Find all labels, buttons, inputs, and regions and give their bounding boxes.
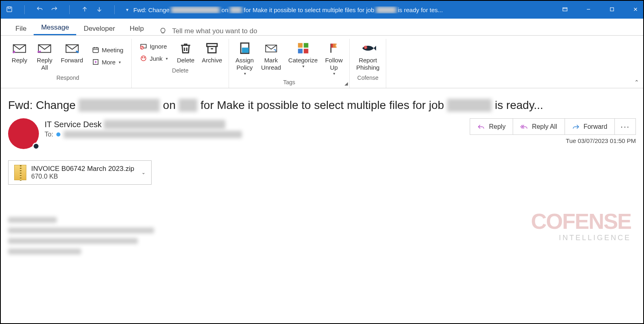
mark-unread-icon (264, 42, 278, 54)
titlebar: ▾ Fwd: Change xxxxxxxx on xx for Make it… (1, 1, 643, 19)
more-icon (92, 58, 99, 66)
quick-access-toolbar: ▾ (6, 5, 128, 14)
window-controls (562, 6, 638, 13)
message-actions: Reply Reply All Forward ··· (470, 118, 636, 135)
forward-action[interactable]: Forward (565, 118, 615, 135)
message-content: Fwd: Change xxxxxxxxxxxxxxxxx on xxx for… (1, 88, 643, 254)
archive-icon (205, 41, 219, 55)
assign-policy-button[interactable]: Assign Policy▾ (232, 39, 257, 77)
close-icon[interactable] (633, 6, 638, 13)
attachment-menu-icon[interactable]: ⌄ (141, 170, 145, 175)
separator (114, 5, 115, 14)
svg-rect-10 (93, 48, 98, 53)
group-label-respond: Respond (7, 73, 128, 83)
delete-button[interactable]: Delete (173, 39, 198, 66)
window-title: Fwd: Change xxxxxxxx on xx for Make it p… (133, 6, 562, 13)
flag-icon (328, 41, 340, 55)
reply-all-icon (520, 124, 528, 130)
redo-icon[interactable] (51, 6, 58, 14)
svg-point-16 (142, 58, 143, 58)
more-respond-button[interactable]: More▾ (90, 57, 126, 67)
recipient-presence-icon (56, 132, 60, 136)
reply-all-button[interactable]: Reply All (32, 39, 57, 73)
presence-indicator (32, 143, 40, 150)
ribbon-tabs: File Message Developer Help Tell me what… (1, 19, 643, 36)
categorize-button[interactable]: Categorize▾ (285, 39, 321, 77)
svg-rect-23 (304, 43, 308, 47)
to-row: To: xxxxxxxxxxxxxxxxxxxxxxxxxxxxxxxxxxxx… (45, 131, 470, 138)
reply-all-icon (37, 42, 52, 54)
reply-action[interactable]: Reply (470, 118, 513, 135)
fish-icon: ? (360, 42, 376, 54)
svg-point-17 (144, 58, 145, 58)
group-label-tags: Tags (232, 77, 346, 88)
ribbon-group-respond: Reply Reply All Forward Meeting More▾ (4, 39, 132, 88)
save-icon[interactable] (6, 6, 13, 14)
svg-rect-22 (298, 43, 302, 47)
tab-file[interactable]: File (8, 22, 34, 35)
sender-avatar[interactable] (8, 118, 39, 149)
junk-icon (140, 55, 147, 62)
svg-rect-2 (563, 7, 567, 11)
zip-file icon (14, 165, 26, 180)
tags-dialog-launcher[interactable]: ◢ (344, 81, 348, 86)
minimize-icon[interactable] (586, 6, 591, 13)
assign-policy-icon (238, 41, 252, 55)
forward-arrow-icon (572, 124, 580, 130)
tab-message[interactable]: Message (34, 21, 76, 35)
attachment-size: 670.0 KB (31, 173, 134, 180)
more-actions[interactable]: ··· (614, 118, 636, 135)
follow-up-button[interactable]: Follow Up▾ (322, 39, 346, 77)
ribbon-group-tags: Assign Policy▾ Mark Unread Categorize▾ F… (229, 39, 350, 88)
trash-icon (179, 41, 193, 55)
forward-icon (64, 42, 80, 54)
tell-me-box[interactable]: Tell me what you want to do (159, 27, 257, 35)
reply-icon (477, 124, 485, 130)
categorize-icon (296, 41, 310, 55)
group-label-delete: Delete (135, 66, 225, 76)
ribbon-group-delete: Ignore Junk▾ Delete Archive Delete (132, 39, 229, 88)
forward-button[interactable]: Forward (58, 39, 86, 73)
ignore-button[interactable]: Ignore (137, 41, 170, 51)
reply-icon (12, 42, 27, 54)
tab-help[interactable]: Help (122, 22, 151, 35)
separator (69, 5, 70, 14)
undo-icon[interactable] (36, 6, 43, 14)
maximize-icon[interactable] (609, 6, 615, 13)
reply-all-action[interactable]: Reply All (513, 118, 565, 135)
svg-rect-1 (8, 7, 11, 9)
junk-button[interactable]: Junk▾ (137, 53, 170, 64)
to-label: To: (45, 131, 53, 138)
prev-item-icon[interactable] (81, 6, 88, 14)
ribbon-group-cofense: ? Report Phishing Cofense (350, 39, 387, 88)
separator (24, 5, 25, 14)
sender-name: IT Service Desk xxxxxxxxxxxxxxxxxxxxxxxx… (45, 118, 470, 129)
svg-rect-18 (207, 44, 217, 47)
next-item-icon[interactable] (96, 6, 103, 14)
meeting-button[interactable]: Meeting (90, 45, 126, 55)
ribbon: Reply Reply All Forward Meeting More▾ (1, 36, 643, 88)
tab-developer[interactable]: Developer (76, 22, 122, 35)
received-timestamp: Tue 03/07/2023 01:50 PM (470, 137, 636, 144)
svg-rect-25 (304, 49, 308, 53)
attachment-chip[interactable]: INVOICE B06742 March 2023.zip 670.0 KB ⌄ (8, 160, 152, 185)
svg-rect-4 (610, 7, 614, 11)
mark-unread-button[interactable]: Mark Unread (258, 39, 284, 77)
svg-text:?: ? (365, 46, 366, 49)
attachment-name: INVOICE B06742 March 2023.zip (31, 165, 134, 173)
customize-qat-icon[interactable]: ▾ (126, 7, 128, 13)
tell-me-label: Tell me what you want to do (172, 27, 257, 35)
lightbulb-icon (159, 28, 167, 35)
svg-rect-24 (298, 49, 302, 53)
reply-button[interactable]: Reply (7, 39, 32, 73)
meeting-icon (92, 46, 99, 53)
group-label-cofense: Cofense (353, 73, 383, 83)
archive-button[interactable]: Archive (199, 39, 225, 66)
svg-rect-0 (7, 7, 12, 12)
report-phishing-button[interactable]: ? Report Phishing (353, 39, 383, 73)
collapse-ribbon-icon[interactable]: ⌃ (634, 79, 639, 85)
email-subject: Fwd: Change xxxxxxxxxxxxxxxxx on xxx for… (8, 96, 636, 118)
ribbon-display-icon[interactable] (562, 6, 568, 13)
ignore-icon (140, 43, 147, 50)
email-body-redacted (8, 217, 636, 254)
